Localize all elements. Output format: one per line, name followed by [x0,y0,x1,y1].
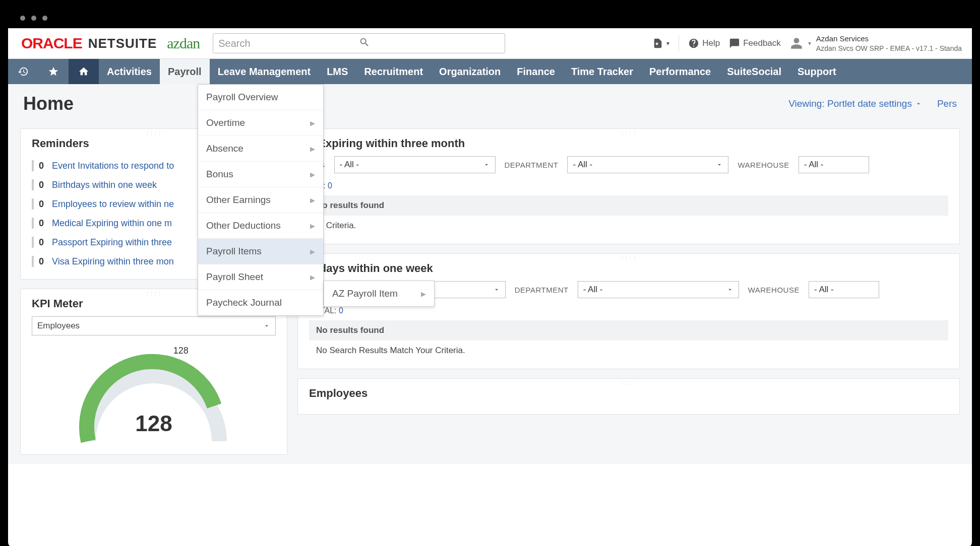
gauge-value: 128 [135,411,172,436]
user-role: Azdan Svcs OW SRP - EMEA - v17.1 - Stand… [816,44,962,53]
viewing-selector[interactable]: Viewing: Portlet date settings [788,98,922,109]
no-results-message: ur Criteria. [309,216,948,236]
portlet-title: a Expiring within three month [309,137,948,150]
department-select[interactable]: - All - [567,156,728,173]
reminder-link[interactable]: Visa Expiring within three mon [52,256,174,267]
warehouse-select[interactable]: - All - [809,281,879,298]
reminder-link[interactable]: Passport Expiring within three [52,237,172,248]
drag-handle-icon[interactable]: : : : : [622,130,636,136]
chevron-right-icon: ▶ [310,274,315,281]
class-select[interactable]: - All - [334,156,496,173]
history-icon[interactable] [8,59,38,84]
window-titlebar [8,8,972,28]
nav-leave-management[interactable]: Leave Management [210,59,319,84]
chevron-right-icon: ▶ [310,222,315,230]
dropdown-payroll-items[interactable]: Payroll Items▶ [198,239,323,264]
visa-expiring-portlet: : : : : a Expiring within three month AS… [297,128,960,244]
divider [679,35,679,51]
department-label: DEPARTMENT [505,161,559,169]
dropdown-other-deductions[interactable]: Other Deductions▶ [198,213,323,239]
payroll-items-submenu: AZ Payroll Item▶ [324,281,435,307]
nav-performance[interactable]: Performance [641,59,719,84]
browser-frame: ORACLE NETSUITE azdan Search ▾ Help [5,5,975,546]
chevron-right-icon: ▶ [310,171,315,178]
drag-handle-icon[interactable]: : : : : [147,290,161,296]
search-input[interactable]: Search [213,33,505,53]
window-dot[interactable] [42,16,47,21]
main-nav: Activities Payroll Leave Management LMS … [8,59,972,84]
search-icon[interactable] [359,37,500,50]
feedback-label: Feedback [743,38,781,48]
user-info: Azdan Services Azdan Svcs OW SRP - EMEA … [816,34,962,53]
submenu-az-payroll-item[interactable]: AZ Payroll Item▶ [324,281,434,306]
dropdown-overtime[interactable]: Overtime▶ [198,110,323,136]
dropdown-payroll-overview[interactable]: Payroll Overview [198,85,323,110]
nav-organization[interactable]: Organization [431,59,509,84]
page-header: Home Viewing: Portlet date settings Pers [8,84,972,119]
warehouse-label: WAREHOUSE [738,161,789,169]
kpi-select[interactable]: Employees [32,316,276,335]
department-label: DEPARTMENT [515,286,569,294]
nav-recruitment[interactable]: Recruitment [356,59,431,84]
page-title: Home [23,93,74,114]
filter-row: ASS - All - DEPARTMENT - All - WAREHOUSE… [309,156,948,173]
star-icon[interactable] [38,59,69,84]
reminder-link[interactable]: Birthdays within one week [52,180,157,190]
azdan-logo: azdan [167,35,200,52]
birthdays-portlet: : : : : thdays within one week CLASS - A… [297,253,960,369]
app-header: ORACLE NETSUITE azdan Search ▾ Help [8,28,972,59]
dashboard-body: : : : : Reminders 0Event Invitations to … [8,119,972,464]
drag-handle-icon[interactable]: : : : : [622,255,636,261]
chevron-right-icon: ▶ [421,290,426,298]
nav-suitesocial[interactable]: SuiteSocial [719,59,789,84]
dropdown-payroll-sheet[interactable]: Payroll Sheet▶ [198,264,323,290]
dropdown-bonus[interactable]: Bonus▶ [198,162,323,187]
no-results-banner: No results found [309,195,948,216]
chevron-right-icon: ▶ [310,248,315,255]
header-right: ▾ Help Feedback ▾ Azdan Services Azdan [652,34,962,53]
gauge-max-label: 128 [173,346,189,356]
kpi-select-value: Employees [37,321,80,331]
warehouse-label: WAREHOUSE [748,286,800,294]
app-root: ORACLE NETSUITE azdan Search ▾ Help [8,28,972,546]
personalize-link[interactable]: Pers [937,98,957,109]
content-wrap: Payroll Overview Overtime▶ Absence▶ Bonu… [8,84,972,464]
nav-activities[interactable]: Activities [99,59,160,84]
create-new-icon[interactable]: ▾ [652,38,669,49]
nav-lms[interactable]: LMS [319,59,356,84]
nav-support[interactable]: Support [789,59,844,84]
window-dot[interactable] [31,16,36,21]
warehouse-select[interactable]: - All - [799,156,869,173]
home-icon[interactable] [69,59,99,84]
nav-payroll[interactable]: Payroll [160,59,210,84]
window-dot[interactable] [20,16,25,21]
help-label: Help [702,38,720,48]
no-results-banner: No results found [309,320,948,340]
user-menu[interactable]: ▾ Azdan Services Azdan Svcs OW SRP - EME… [790,34,962,53]
chevron-right-icon: ▶ [310,119,315,127]
dropdown-paycheck-journal[interactable]: Paycheck Journal [198,290,323,315]
viewing-label: Viewing: Portlet date settings [788,98,912,109]
reminder-link[interactable]: Medical Expiring within one m [52,218,172,229]
dropdown-other-earnings[interactable]: Other Earnings▶ [198,187,323,213]
payroll-dropdown: Payroll Overview Overtime▶ Absence▶ Bonu… [198,84,324,316]
search-placeholder: Search [218,38,359,49]
reminder-link[interactable]: Employees to review within ne [52,199,174,210]
no-results-message: No Search Results Match Your Criteria. [309,340,948,361]
netsuite-logo: NETSUITE [88,36,157,51]
user-name: Azdan Services [816,34,962,44]
chevron-right-icon: ▶ [310,196,315,204]
portlet-title: Employees [309,387,948,400]
nav-time-tracker[interactable]: Time Tracker [563,59,641,84]
gauge: 128 128 [32,346,276,446]
drag-handle-icon[interactable]: : : : : [622,380,636,386]
total-line: TAL: 0 [309,181,948,190]
drag-handle-icon[interactable]: : : : : [147,130,161,136]
dropdown-absence[interactable]: Absence▶ [198,136,323,162]
department-select[interactable]: - All - [578,281,739,298]
feedback-link[interactable]: Feedback [729,38,781,49]
reminder-link[interactable]: Event Invitations to respond to [52,161,174,171]
nav-finance[interactable]: Finance [509,59,563,84]
oracle-logo: ORACLE [21,35,82,52]
help-link[interactable]: Help [688,38,720,49]
